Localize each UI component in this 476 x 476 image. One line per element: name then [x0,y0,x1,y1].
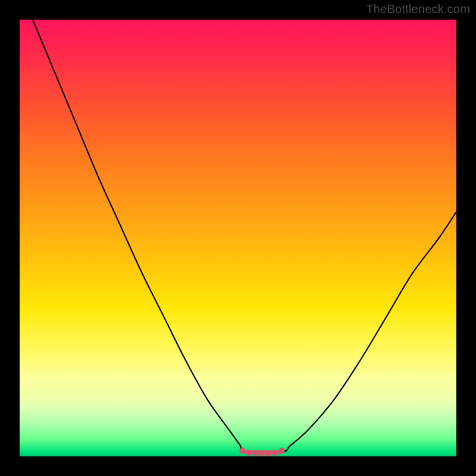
chart-root: TheBottleneck.com [0,0,476,476]
curve-layer [20,20,456,456]
marker-dot [279,448,284,453]
marker-dot [240,448,245,453]
marker-dot [273,450,278,456]
watermark-text: TheBottleneck.com [366,2,470,16]
plot-area [20,20,456,456]
marker-dot [259,451,265,456]
marker-dot [253,451,258,456]
bottom-markers [240,448,284,456]
marker-dot [246,450,252,456]
marker-dot [266,451,271,456]
bottleneck-curve [33,20,456,453]
